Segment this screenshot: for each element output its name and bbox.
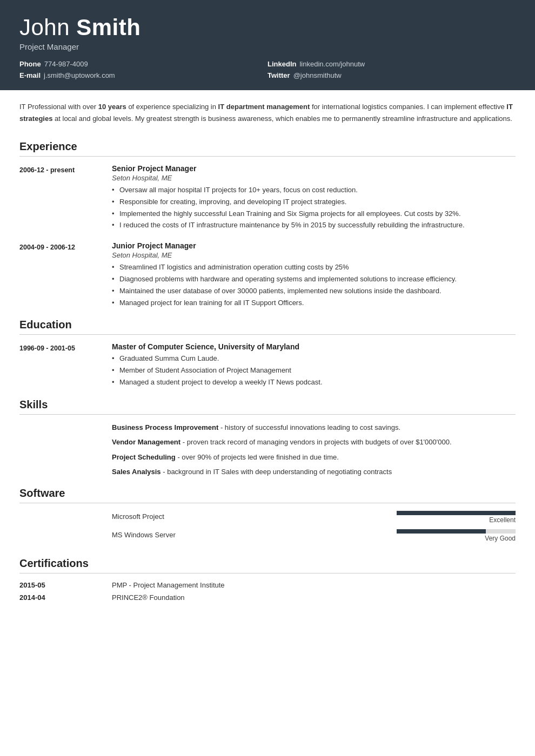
software-content: Microsoft Project Excellent MS Windows S… — [112, 511, 516, 548]
skills-spacer — [19, 422, 103, 477]
exp-title-0: Senior Project Manager — [112, 164, 516, 173]
edu-bullets-0: Graduated Summa Cum Laude. Member of Stu… — [112, 353, 516, 388]
phone-label: Phone — [19, 60, 41, 68]
skill-name-1: Vendor Management — [112, 438, 180, 446]
skill-name-0: Business Process Improvement — [112, 423, 218, 431]
edu-bullet-0-0: Graduated Summa Cum Laude. — [112, 353, 516, 364]
software-layout: Microsoft Project Excellent MS Windows S… — [19, 511, 516, 548]
exp-date-1: 2004-09 - 2006-12 — [19, 241, 103, 309]
exp-bullets-1: Streamlined IT logistics and administrat… — [112, 262, 516, 308]
software-bar-fill-1 — [397, 529, 486, 534]
exp-company-0: Seton Hospital, ME — [112, 174, 516, 182]
skills-heading: Skills — [19, 399, 516, 415]
skill-name-3: Sales Analysis — [112, 468, 161, 476]
exp-bullet-1-2: Maintained the user database of over 300… — [112, 286, 516, 297]
software-bar-1: Very Good — [397, 529, 516, 542]
skill-item-2: Project Scheduling - over 90% of project… — [112, 452, 516, 463]
skill-name-2: Project Scheduling — [112, 453, 176, 461]
contact-phone: Phone 774-987-4009 — [19, 60, 268, 68]
twitter-label: Twitter — [268, 71, 290, 79]
experience-heading: Experience — [19, 140, 516, 157]
education-heading: Education — [19, 319, 516, 335]
linkedin-value: linkedin.com/johnutw — [299, 60, 365, 68]
experience-item-1: 2004-09 - 2006-12 Junior Project Manager… — [19, 241, 516, 309]
software-bar-wrap-0 — [397, 511, 516, 515]
cert-name-1: PRINCE2® Foundation — [112, 593, 516, 602]
resume-main: IT Professional with over 10 years of ex… — [0, 90, 535, 631]
email-value: j.smith@uptowork.com — [44, 71, 115, 79]
software-name-1: MS Windows Server — [112, 531, 176, 539]
edu-bullet-0-2: Managed a student project to develop a w… — [112, 377, 516, 388]
software-level-0: Excellent — [397, 516, 516, 524]
cert-name-0: PMP - Project Management Institute — [112, 581, 516, 589]
candidate-title: Project Manager — [19, 42, 516, 51]
software-heading: Software — [19, 487, 516, 503]
skill-desc-0: - — [220, 423, 225, 431]
software-item-inner-0: Microsoft Project Excellent — [112, 511, 516, 524]
software-section: Software Microsoft Project Excellent — [19, 487, 516, 548]
resume-header: John Smith Project Manager Phone 774-987… — [0, 0, 535, 90]
software-bar-wrap-1 — [397, 529, 516, 534]
education-section: Education 1996-09 - 2001-05 Master of Co… — [19, 319, 516, 388]
contact-grid: Phone 774-987-4009 LinkedIn linkedin.com… — [19, 60, 516, 79]
exp-bullet-1-0: Streamlined IT logistics and administrat… — [112, 262, 516, 273]
cert-item-1: 2014-04 PRINCE2® Foundation — [19, 593, 516, 602]
edu-degree-0: Master of Computer Science, University o… — [112, 342, 516, 351]
exp-bullet-1-3: Managed project for lean training for al… — [112, 298, 516, 309]
exp-title-1: Junior Project Manager — [112, 241, 516, 250]
last-name: Smith — [76, 15, 141, 40]
education-item-0: 1996-09 - 2001-05 Master of Computer Sci… — [19, 342, 516, 388]
cert-date-0: 2015-05 — [19, 581, 103, 589]
experience-section: Experience 2006-12 - present Senior Proj… — [19, 140, 516, 309]
exp-company-1: Seton Hospital, ME — [112, 251, 516, 259]
software-level-1: Very Good — [397, 535, 516, 542]
certifications-section: Certifications 2015-05 PMP - Project Man… — [19, 557, 516, 602]
summary-section: IT Professional with over 10 years of ex… — [19, 101, 516, 129]
linkedin-label: LinkedIn — [268, 60, 296, 68]
software-item-inner-1: MS Windows Server Very Good — [112, 529, 516, 542]
cert-item-0: 2015-05 PMP - Project Management Institu… — [19, 581, 516, 589]
experience-item-0: 2006-12 - present Senior Project Manager… — [19, 164, 516, 232]
skill-item-0: Business Process Improvement - history o… — [112, 422, 516, 433]
skills-section: Skills Business Process Improvement - hi… — [19, 399, 516, 477]
skill-desc-1: - — [183, 438, 187, 446]
contact-email: E-mail j.smith@uptowork.com — [19, 71, 268, 79]
exp-bullets-0: Oversaw all major hospital IT projects f… — [112, 185, 516, 231]
edu-date-0: 1996-09 - 2001-05 — [19, 342, 103, 388]
edu-bullet-0-1: Member of Student Association of Project… — [112, 365, 516, 376]
software-bar-0: Excellent — [397, 511, 516, 524]
software-name-0: Microsoft Project — [112, 512, 164, 521]
skills-content: Business Process Improvement - history o… — [112, 422, 516, 477]
skill-desc-3: - — [163, 468, 167, 476]
exp-content-1: Junior Project Manager Seton Hospital, M… — [112, 241, 516, 309]
certifications-heading: Certifications — [19, 557, 516, 573]
exp-content-0: Senior Project Manager Seton Hospital, M… — [112, 164, 516, 232]
twitter-value: @johnsmithutw — [293, 71, 342, 79]
skill-item-1: Vendor Management - proven track record … — [112, 437, 516, 448]
contact-twitter: Twitter @johnsmithutw — [268, 71, 516, 79]
software-item-0: Microsoft Project Excellent — [112, 511, 516, 524]
exp-bullet-0-2: Implemented the highly successful Lean T… — [112, 208, 516, 220]
software-bar-fill-0 — [397, 511, 516, 515]
contact-linkedin: LinkedIn linkedin.com/johnutw — [268, 60, 516, 68]
skill-item-3: Sales Analysis - background in IT Sales … — [112, 467, 516, 477]
phone-value: 774-987-4009 — [44, 60, 88, 68]
software-spacer — [19, 511, 103, 548]
cert-date-1: 2014-04 — [19, 593, 103, 602]
first-name: John — [19, 15, 76, 40]
exp-bullet-0-1: Responsible for creating, improving, and… — [112, 197, 516, 208]
summary-text: IT Professional with over 10 years of ex… — [19, 103, 513, 122]
email-label: E-mail — [19, 71, 41, 79]
candidate-name: John Smith — [19, 15, 516, 40]
exp-bullet-0-0: Oversaw all major hospital IT projects f… — [112, 185, 516, 196]
exp-date-0: 2006-12 - present — [19, 164, 103, 232]
software-item-1: MS Windows Server Very Good — [112, 529, 516, 542]
exp-bullet-0-3: I reduced the costs of IT infrastructure… — [112, 220, 516, 231]
skills-layout: Business Process Improvement - history o… — [19, 422, 516, 477]
exp-bullet-1-1: Diagnosed problems with hardware and ope… — [112, 274, 516, 285]
edu-content-0: Master of Computer Science, University o… — [112, 342, 516, 388]
